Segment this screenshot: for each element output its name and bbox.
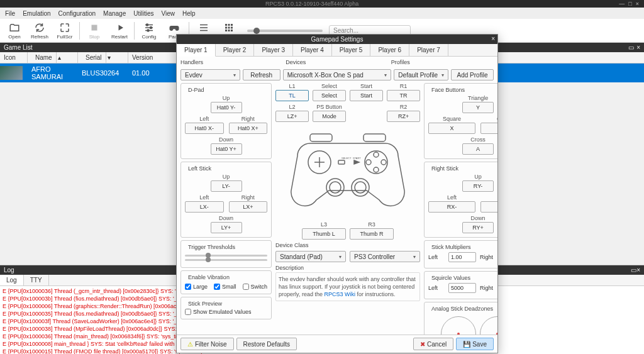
ev-switch-check[interactable]: Switch [243,284,268,290]
ev-small-check[interactable]: Small [214,284,236,290]
devclass-2-select[interactable]: PS3 Controller [350,251,420,262]
tab-player-3[interactable]: Player 3 [254,44,293,56]
svg-rect-5 [228,24,230,26]
config-button[interactable]: Config [137,22,161,40]
open-button[interactable]: Open [3,22,26,40]
save-button[interactable]: 💾Save [456,338,494,350]
sev-check[interactable]: Show Emulated Values [185,309,267,315]
svg-rect-25 [338,160,345,164]
game-name: AFRO SAMURAI [28,64,78,82]
minimize-icon[interactable]: — [619,1,625,7]
sm-group: Stick Multipliers [430,244,473,250]
col-icon[interactable]: Icon [0,52,28,63]
circle-button[interactable]: B [480,123,497,134]
maximize-icon[interactable]: □ [628,1,631,7]
profile-select[interactable]: Default Profile [394,69,448,80]
add-profile-button[interactable]: Add Profile [451,69,494,80]
wiki-link[interactable]: RPCS3 Wiki [324,291,355,297]
svg-rect-13 [310,134,332,141]
fullscr-button[interactable]: FullScr [53,22,77,40]
tab-player-6[interactable]: Player 6 [370,44,409,56]
dpad-up-button[interactable]: Hat0 Y- [211,102,242,113]
r1-button[interactable]: TR [387,90,420,101]
sv-group: Squircle Values [430,275,472,281]
ls-down-button[interactable]: LY+ [211,222,242,233]
select-button[interactable]: Select [313,90,346,101]
sv-left-input[interactable]: 5000 [448,283,476,293]
controller-diagram: SELECTSTART [275,124,420,219]
svg-rect-11 [228,30,230,31]
tab-player-2[interactable]: Player 2 [216,44,255,56]
log-close-icon[interactable]: × [636,267,640,274]
dz-right-preview [480,316,497,335]
close-icon[interactable]: × [636,1,639,7]
ls-up-button[interactable]: LY- [211,180,242,192]
col-name[interactable]: Name ▴ [28,52,78,63]
menu-utilities[interactable]: Utilities [133,10,153,17]
r2-button[interactable]: RZ+ [387,111,420,122]
l3-button[interactable]: Thumb L [302,228,346,240]
zoom-slider[interactable] [247,30,323,32]
tab-player-7[interactable]: Player 7 [409,44,448,56]
lstick-group: Left Stick [186,165,213,172]
tt-right-slider[interactable] [185,259,267,261]
dpad-left-button[interactable]: Hat0 X- [185,123,224,134]
sm-left-input[interactable]: 1.00 [448,252,476,262]
svg-rect-14 [364,134,386,141]
ev-group: Enable Vibration [186,274,231,280]
adz-group: Analog Stick Deadzones [430,306,495,312]
svg-point-2 [150,26,152,28]
ev-large-check[interactable]: Large [185,284,208,290]
rs-right-button[interactable]: RX+ [480,201,497,213]
device-refresh-button[interactable]: Refresh [243,69,280,80]
tab-tty[interactable]: TTY [24,275,49,285]
start-button[interactable]: Start [350,90,383,101]
dialog-close-icon[interactable]: × [491,35,495,42]
triangle-button[interactable]: Y [462,102,494,113]
tab-player-5[interactable]: Player 5 [332,44,371,56]
col-version[interactable]: Version [128,52,179,63]
svg-point-20 [381,160,386,165]
ps-button[interactable]: Mode [313,111,346,122]
restore-defaults-button[interactable]: Restore Defaults [236,338,297,350]
restart-button[interactable]: Restart [108,22,131,40]
device-select[interactable]: Microsoft X-Box One S pad [283,69,392,80]
stop-button[interactable]: Stop [82,22,106,40]
svg-point-17 [374,152,379,157]
menu-configuration[interactable]: Configuration [58,10,96,17]
devclass-1-select[interactable]: Standard (Pad) [275,251,346,262]
square-button[interactable]: X [428,123,475,134]
tab-player-4[interactable]: Player 4 [293,44,332,56]
log-float-icon[interactable]: ▭ [631,267,636,274]
col-serial[interactable]: Serial ▾ [78,52,128,63]
ls-right-button[interactable]: LX+ [229,201,268,213]
menubar: File Emulation Configuration Manage Util… [0,8,644,19]
refresh-button[interactable]: Refresh [28,22,52,40]
dpad-down-button[interactable]: Hat0 Y+ [211,143,242,155]
rs-left-button[interactable]: RX- [428,201,475,213]
r3-button[interactable]: Thumb R [350,228,394,240]
menu-file[interactable]: File [5,10,15,17]
menu-emulation[interactable]: Emulation [23,10,50,17]
rs-up-button[interactable]: RY- [462,180,494,192]
handler-select[interactable]: Evdev [180,69,240,80]
dpad-right-button[interactable]: Hat0 X+ [229,123,268,134]
ls-left-button[interactable]: LX- [185,201,224,213]
filter-noise-button[interactable]: ⚠Filter Noise [180,338,234,350]
l1-button[interactable]: TL [275,90,309,101]
panel-close-icon[interactable]: × [636,44,640,51]
rs-down-button[interactable]: RY+ [462,222,494,233]
menu-manage[interactable]: Manage [103,10,126,17]
tab-player-1[interactable]: Player 1 [177,44,216,57]
menu-view[interactable]: View [161,10,175,17]
fullscreen-icon [59,22,70,33]
cross-button[interactable]: A [462,143,494,155]
tab-log[interactable]: Log [0,275,24,285]
svg-point-24 [355,182,366,193]
l2-button[interactable]: LZ+ [275,111,309,122]
panel-float-icon[interactable]: ▭ [628,44,634,51]
menu-help[interactable]: Help [182,10,196,17]
cancel-button[interactable]: ✖Cancel [413,338,453,350]
svg-point-1 [147,24,148,26]
tt-left-slider[interactable] [185,255,267,257]
